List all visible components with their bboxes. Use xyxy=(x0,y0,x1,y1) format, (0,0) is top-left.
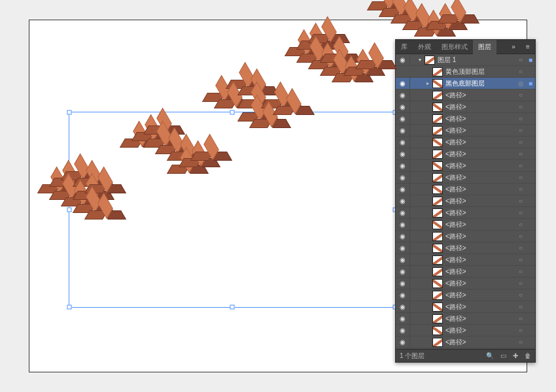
visibility-toggle[interactable]: ◉ xyxy=(396,137,410,148)
sublayer-row[interactable]: ◉<路径>○ xyxy=(396,278,535,289)
target-icon[interactable]: ○ xyxy=(515,115,526,122)
layer-name[interactable]: <路径> xyxy=(445,314,515,323)
resize-handle-bl[interactable] xyxy=(67,305,72,310)
target-icon[interactable]: ○ xyxy=(515,186,526,193)
visibility-toggle[interactable]: ◉ xyxy=(396,254,410,266)
target-icon[interactable]: ○ xyxy=(515,103,526,110)
tab-appearance[interactable]: 外观 xyxy=(413,40,436,54)
visibility-toggle[interactable]: ◉ xyxy=(396,242,410,254)
new-layer-icon[interactable]: ✚ xyxy=(513,352,518,359)
resize-handle-tl[interactable] xyxy=(67,110,72,115)
layer-name[interactable]: <路径> xyxy=(445,208,515,218)
sublayer-row[interactable]: ◉<路径>○ xyxy=(396,325,535,336)
sublayer-row[interactable]: ◉<路径>○ xyxy=(396,254,535,266)
visibility-toggle[interactable]: ◉ xyxy=(396,90,410,101)
sublayer-row[interactable]: ◉<路径>○ xyxy=(396,148,535,160)
layer-name[interactable]: 黑色底部图层 xyxy=(445,79,515,88)
target-icon[interactable]: ○ xyxy=(515,244,526,252)
target-icon[interactable]: ○ xyxy=(515,197,526,204)
target-icon[interactable]: ◎ xyxy=(515,80,526,87)
visibility-toggle[interactable]: ◉ xyxy=(396,101,410,113)
visibility-toggle[interactable]: ◉ xyxy=(396,160,410,172)
layer-name[interactable]: <路径> xyxy=(445,185,515,194)
visibility-toggle[interactable]: ◉ xyxy=(396,231,410,242)
target-icon[interactable]: ○ xyxy=(515,315,526,322)
sublayer-row[interactable]: ◉<路径>○ xyxy=(396,336,535,348)
sublayer-row[interactable]: ◉<路径>○ xyxy=(396,266,535,278)
target-icon[interactable]: ○ xyxy=(515,256,526,263)
sublayer-row[interactable]: ◉<路径>○ xyxy=(396,137,535,148)
visibility-toggle[interactable]: ◉ xyxy=(396,219,410,231)
layer-name[interactable]: <路径> xyxy=(445,220,515,229)
sublayer-row[interactable]: ◉<路径>○ xyxy=(396,219,535,231)
resize-handle-bm[interactable] xyxy=(230,305,235,310)
resize-handle-ml[interactable] xyxy=(67,208,72,212)
layer-name[interactable]: <路径> xyxy=(445,255,515,265)
visibility-toggle[interactable]: ◉ xyxy=(396,336,410,348)
layer-name[interactable]: <路径> xyxy=(445,302,515,312)
tab-graphic-styles[interactable]: 图形样式 xyxy=(436,40,473,54)
target-icon[interactable]: ○ xyxy=(515,221,526,228)
layer-name[interactable]: <路径> xyxy=(445,244,515,253)
sublayer-row[interactable]: ◉▸黑色底部图层◎■ xyxy=(396,78,535,90)
layer-name[interactable]: <路径> xyxy=(445,291,515,300)
disclosure-toggle[interactable]: ▾ xyxy=(417,57,423,63)
layer-name[interactable]: <路径> xyxy=(445,161,515,171)
selection-indicator[interactable]: ■ xyxy=(526,56,535,63)
target-icon[interactable]: ○ xyxy=(515,139,526,146)
visibility-toggle[interactable]: ◉ xyxy=(396,113,410,125)
target-icon[interactable]: ○ xyxy=(515,174,526,181)
sublayer-row[interactable]: ◉<路径>○ xyxy=(396,242,535,254)
layer-name[interactable]: <路径> xyxy=(445,338,515,347)
layer-name[interactable]: <路径> xyxy=(445,232,515,241)
layer-name[interactable]: <路径> xyxy=(445,197,515,206)
sublayer-row[interactable]: ◉<路径>○ xyxy=(396,125,535,137)
target-icon[interactable]: ○ xyxy=(515,209,526,216)
selection-indicator[interactable]: ■ xyxy=(526,80,535,87)
visibility-toggle[interactable]: ◉ xyxy=(396,184,410,195)
sublayer-row[interactable]: ◉<路径>○ xyxy=(396,160,535,172)
panel-expand-icon[interactable]: » xyxy=(506,43,521,50)
tab-layers[interactable]: 图层 xyxy=(473,40,496,54)
layer-name[interactable]: 黄色顶部图层 xyxy=(445,67,515,76)
visibility-toggle[interactable]: ◉ xyxy=(396,301,410,313)
visibility-toggle[interactable]: ◉ xyxy=(396,207,410,219)
layer-name[interactable]: <路径> xyxy=(445,150,515,159)
tab-libraries[interactable]: 库 xyxy=(396,40,413,54)
trash-icon[interactable]: 🗑 xyxy=(525,352,531,359)
new-sublayer-icon[interactable]: ▭ xyxy=(500,352,506,359)
target-icon[interactable]: ○ xyxy=(515,338,526,346)
search-icon[interactable]: 🔍 xyxy=(486,352,494,359)
layer-row-top[interactable]: ◉ ▾ 图层 1 ○ ■ xyxy=(396,54,535,66)
visibility-toggle[interactable]: ◉ xyxy=(396,78,410,90)
target-icon[interactable]: ○ xyxy=(515,280,526,287)
layers-list[interactable]: ◉ ▾ 图层 1 ○ ■ 黄色顶部图层○◉▸黑色底部图层◎■◉<路径>○◉<路径… xyxy=(396,54,535,349)
target-icon[interactable]: ○ xyxy=(515,162,526,169)
target-icon[interactable]: ○ xyxy=(515,291,526,299)
visibility-toggle[interactable]: ◉ xyxy=(396,54,410,66)
layer-name[interactable]: <路径> xyxy=(445,91,515,100)
sublayer-row[interactable]: ◉<路径>○ xyxy=(396,289,535,301)
layer-name[interactable]: <路径> xyxy=(445,138,515,147)
visibility-toggle[interactable]: ◉ xyxy=(396,313,410,325)
target-icon[interactable]: ○ xyxy=(515,127,526,134)
visibility-toggle[interactable]: ◉ xyxy=(396,195,410,207)
panel-menu-icon[interactable]: ≡ xyxy=(521,43,535,50)
target-icon[interactable]: ○ xyxy=(515,268,526,275)
target-icon[interactable]: ○ xyxy=(515,56,526,63)
target-icon[interactable]: ○ xyxy=(515,91,526,99)
target-icon[interactable]: ○ xyxy=(515,327,526,334)
layer-name[interactable]: <路径> xyxy=(445,267,515,276)
sublayer-row[interactable]: 黄色顶部图层○ xyxy=(396,66,535,78)
layer-name[interactable]: 图层 1 xyxy=(438,56,515,65)
target-icon[interactable]: ○ xyxy=(515,303,526,310)
visibility-toggle[interactable]: ◉ xyxy=(396,325,410,336)
layer-name[interactable]: <路径> xyxy=(445,173,515,182)
visibility-toggle[interactable]: ◉ xyxy=(396,125,410,137)
sublayer-row[interactable]: ◉<路径>○ xyxy=(396,90,535,101)
visibility-toggle[interactable]: ◉ xyxy=(396,148,410,160)
resize-handle-tm[interactable] xyxy=(230,110,235,115)
layer-name[interactable]: <路径> xyxy=(445,103,515,112)
layer-name[interactable]: <路径> xyxy=(445,126,515,135)
sublayer-row[interactable]: ◉<路径>○ xyxy=(396,195,535,207)
